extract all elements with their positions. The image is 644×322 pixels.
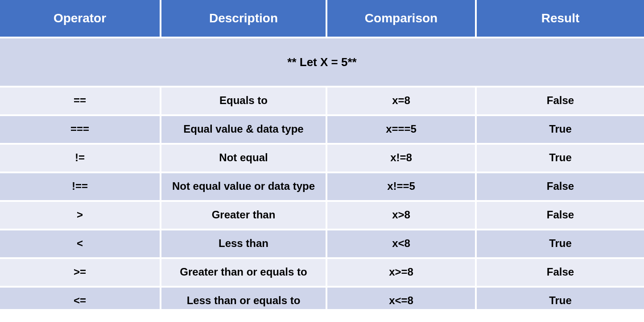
cell-description: Not equal value or data type xyxy=(161,172,326,201)
table-row: == Equals to x=8 False xyxy=(0,87,644,115)
cell-description: Equal value & data type xyxy=(161,115,326,144)
cell-operator: < xyxy=(0,230,161,258)
cell-comparison: x>8 xyxy=(326,201,476,230)
table-row: >= Greater than or equals to x>=8 False xyxy=(0,258,644,287)
cell-comparison: x!=8 xyxy=(326,144,476,172)
table-row: !== Not equal value or data type x!==5 F… xyxy=(0,172,644,201)
cell-result: False xyxy=(476,258,644,287)
col-header-description: Description xyxy=(161,0,326,38)
cell-comparison: x!==5 xyxy=(326,172,476,201)
col-header-operator: Operator xyxy=(0,0,161,38)
cell-description: Not equal xyxy=(161,144,326,172)
table-row: <= Less than or equals to x<=8 True xyxy=(0,287,644,309)
cell-description: Equals to xyxy=(161,87,326,115)
cell-comparison: x=8 xyxy=(326,87,476,115)
cell-operator: > xyxy=(0,201,161,230)
cell-result: True xyxy=(476,287,644,309)
cell-comparison: x<=8 xyxy=(326,287,476,309)
cell-result: True xyxy=(476,144,644,172)
cell-result: False xyxy=(476,87,644,115)
comparison-operators-table: Operator Description Comparison Result *… xyxy=(0,0,644,309)
cell-description: Less than xyxy=(161,230,326,258)
cell-description: Greater than or equals to xyxy=(161,258,326,287)
cell-operator: !== xyxy=(0,172,161,201)
cell-comparison: x===5 xyxy=(326,115,476,144)
table-row: > Greater than x>8 False xyxy=(0,201,644,230)
cell-comparison: x<8 xyxy=(326,230,476,258)
table-subheader: ** Let X = 5** xyxy=(0,38,644,87)
table-row: === Equal value & data type x===5 True xyxy=(0,115,644,144)
cell-comparison: x>=8 xyxy=(326,258,476,287)
table-row: < Less than x<8 True xyxy=(0,230,644,258)
table-row: != Not equal x!=8 True xyxy=(0,144,644,172)
cell-result: True xyxy=(476,115,644,144)
cell-operator: <= xyxy=(0,287,161,309)
cell-result: False xyxy=(476,172,644,201)
col-header-comparison: Comparison xyxy=(326,0,476,38)
cell-operator: == xyxy=(0,87,161,115)
cell-operator: === xyxy=(0,115,161,144)
cell-result: False xyxy=(476,201,644,230)
cell-result: True xyxy=(476,230,644,258)
table-subheader-row: ** Let X = 5** xyxy=(0,38,644,87)
table-header-row: Operator Description Comparison Result xyxy=(0,0,644,38)
cell-operator: >= xyxy=(0,258,161,287)
cell-description: Less than or equals to xyxy=(161,287,326,309)
col-header-result: Result xyxy=(476,0,644,38)
cell-operator: != xyxy=(0,144,161,172)
cell-description: Greater than xyxy=(161,201,326,230)
